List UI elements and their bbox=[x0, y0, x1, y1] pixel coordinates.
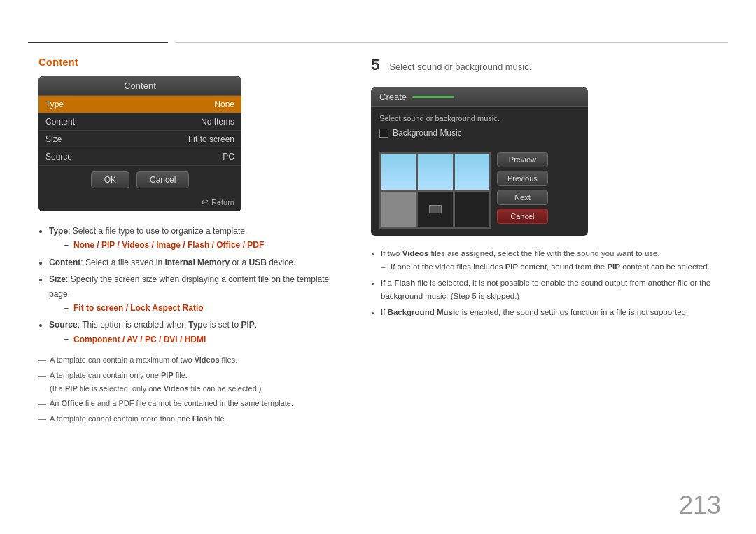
step-number: 5 bbox=[371, 56, 379, 74]
create-dialog: Create Select sound or background music.… bbox=[371, 87, 588, 236]
row-label-content: Content bbox=[46, 117, 75, 127]
create-title: Create bbox=[379, 92, 407, 102]
size-bold: Size bbox=[49, 274, 66, 284]
top-lines bbox=[28, 42, 728, 43]
section-title: Content bbox=[38, 56, 340, 68]
pip-bold: PIP bbox=[241, 320, 254, 330]
source-sub: Component / AV / PC / DVI / HDMI bbox=[74, 332, 340, 346]
right-column: 5 Select sound or background music. Crea… bbox=[371, 56, 721, 322]
next-button[interactable]: Next bbox=[497, 190, 548, 205]
dialog-buttons: OK Cancel bbox=[38, 166, 241, 194]
step-label: Select sound or background music. bbox=[389, 62, 531, 72]
list-item-content: Content: Select a file saved in Internal… bbox=[49, 255, 340, 269]
note-office: — An Office file and a PDF file cannot b… bbox=[38, 397, 340, 410]
type-bold2: Type bbox=[188, 320, 207, 330]
right-list-item-videos: If two Videos files are assigned, select… bbox=[381, 247, 714, 274]
background-music-label: Background Music bbox=[393, 128, 462, 138]
dialog-row-type[interactable]: Type None bbox=[38, 96, 241, 113]
source-options: Component / AV / PC / DVI / HDMI bbox=[74, 335, 206, 344]
thumb-6 bbox=[455, 192, 489, 227]
bgmusic-bold: Background Music bbox=[388, 308, 460, 316]
row-label-size: Size bbox=[46, 134, 62, 144]
row-value-source: PC bbox=[223, 152, 234, 162]
row-value-type: None bbox=[214, 99, 234, 109]
return-label: Return bbox=[211, 198, 234, 206]
pip-bold-r: PIP bbox=[505, 262, 519, 271]
left-column: Content Content Type None Content No Ite… bbox=[38, 56, 340, 428]
content-dialog: Content Type None Content No Items Size … bbox=[38, 76, 241, 211]
dialog-title: Content bbox=[38, 76, 241, 96]
green-progress-bar bbox=[412, 96, 454, 98]
thumb-1 bbox=[382, 154, 416, 190]
create-subtitle: Select sound or background music. bbox=[379, 114, 580, 122]
list-item-size: Size: Specify the screen size when displ… bbox=[49, 272, 340, 315]
pip-bold-r2: PIP bbox=[607, 262, 620, 271]
thumb-3 bbox=[455, 154, 489, 190]
thumbnail-grid bbox=[379, 152, 491, 229]
content-bold: Content bbox=[49, 258, 80, 267]
type-sub: None / PIP / Videos / Image / Flash / Of… bbox=[74, 238, 340, 252]
type-bold: Type bbox=[49, 226, 68, 236]
list-item-type: Type: Select a file type to use to organ… bbox=[49, 224, 340, 253]
row-label-type: Type bbox=[46, 99, 64, 109]
size-options: Fit to screen / Lock Aspect Ratio bbox=[74, 303, 204, 313]
thumb-pip bbox=[429, 205, 442, 213]
right-list-item-flash: If a Flash file is selected, it is not p… bbox=[381, 276, 714, 303]
background-music-checkbox[interactable] bbox=[379, 129, 388, 138]
preview-button[interactable]: Preview bbox=[497, 152, 548, 167]
note-flash: — A template cannot contain more than on… bbox=[38, 412, 340, 426]
page-number: 213 bbox=[679, 491, 721, 520]
top-line-right bbox=[175, 42, 728, 43]
row-value-size: Fit to screen bbox=[188, 134, 234, 144]
dialog-row-content[interactable]: Content No Items bbox=[38, 113, 241, 131]
thumb-2 bbox=[418, 154, 452, 190]
ok-button[interactable]: OK bbox=[91, 171, 130, 188]
internal-memory-bold: Internal Memory bbox=[164, 258, 230, 267]
dialog-footer: ↩ Return bbox=[38, 194, 241, 211]
previous-button[interactable]: Previous bbox=[497, 171, 548, 186]
source-bold: Source bbox=[49, 320, 78, 330]
create-lower: Preview Previous Next Cancel bbox=[371, 152, 588, 236]
note-pip: — A template can contain only one PIP fi… bbox=[38, 369, 340, 395]
top-line-left bbox=[28, 42, 168, 43]
list-item-source: Source: This option is enabled when Type… bbox=[49, 318, 340, 346]
note-videos: — A template can contain a maximum of tw… bbox=[38, 353, 340, 367]
type-options: None / PIP / Videos / Image / Flash / Of… bbox=[74, 240, 264, 250]
left-bullets: Type: Select a file type to use to organ… bbox=[38, 224, 340, 426]
usb-bold: USB bbox=[248, 258, 266, 267]
row-label-source: Source bbox=[46, 152, 72, 162]
flash-bold: Flash bbox=[394, 279, 415, 287]
dialog-cancel-button[interactable]: Cancel bbox=[497, 209, 548, 224]
thumb-4 bbox=[382, 192, 416, 227]
right-list-item-bgmusic: If Background Music is enabled, the soun… bbox=[381, 306, 714, 319]
dialog-row-source[interactable]: Source PC bbox=[38, 148, 241, 166]
size-sub: Fit to screen / Lock Aspect Ratio bbox=[74, 301, 340, 315]
videos-bold: Videos bbox=[402, 249, 429, 258]
create-body: Select sound or background music. Backgr… bbox=[371, 107, 588, 152]
return-icon: ↩ bbox=[201, 197, 209, 207]
side-buttons: Preview Previous Next Cancel bbox=[497, 152, 548, 229]
create-title-bar: Create bbox=[371, 87, 588, 107]
background-music-row[interactable]: Background Music bbox=[379, 128, 580, 138]
right-bullets: If two Videos files are assigned, select… bbox=[371, 247, 714, 319]
right-sub-pip: – If one of the video files includes PIP… bbox=[391, 260, 714, 274]
dialog-row-size[interactable]: Size Fit to screen bbox=[38, 131, 241, 148]
cancel-button[interactable]: Cancel bbox=[136, 171, 189, 188]
row-value-content: No Items bbox=[201, 117, 234, 127]
